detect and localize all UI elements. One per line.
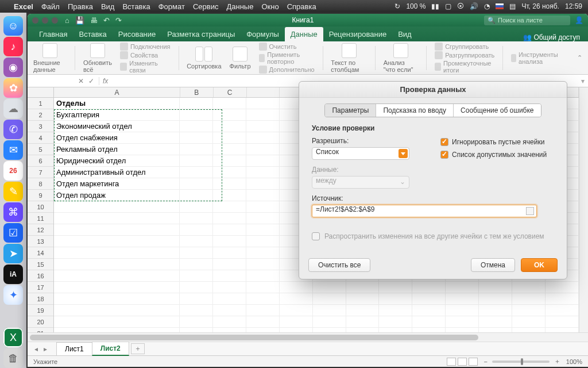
cell[interactable] — [180, 236, 213, 247]
cell[interactable] — [246, 328, 280, 332]
app-name[interactable]: Excel — [14, 2, 33, 11]
cell[interactable] — [479, 282, 512, 293]
cell[interactable] — [180, 98, 213, 109]
cell[interactable] — [54, 282, 180, 293]
cell[interactable] — [412, 305, 446, 316]
cell[interactable] — [213, 132, 246, 143]
cell[interactable]: Административный отдел — [54, 167, 180, 178]
wifi-icon[interactable]: ⦿ — [457, 2, 464, 10]
cell[interactable] — [446, 328, 479, 332]
cell[interactable] — [180, 167, 213, 178]
vertical-scrollbar[interactable] — [579, 87, 588, 332]
cell[interactable] — [54, 259, 180, 270]
row-header[interactable]: 11 — [28, 213, 53, 224]
cell[interactable] — [180, 247, 213, 258]
cell[interactable] — [280, 305, 313, 316]
tab-review[interactable]: Рецензирование — [323, 27, 392, 41]
tab-insert[interactable]: Вставка — [73, 27, 112, 41]
row-header[interactable]: 10 — [28, 201, 53, 213]
column-header[interactable]: C — [214, 87, 247, 97]
cell[interactable] — [180, 213, 213, 224]
cell[interactable] — [246, 293, 280, 304]
cell[interactable] — [246, 190, 280, 201]
cell[interactable] — [346, 305, 380, 316]
cell[interactable] — [180, 121, 213, 132]
row-header[interactable]: 20 — [28, 316, 53, 328]
cell[interactable] — [412, 328, 446, 332]
view-page-layout-button[interactable] — [458, 358, 467, 366]
cell[interactable] — [379, 305, 412, 316]
cell[interactable] — [246, 178, 280, 189]
row-header[interactable]: 3 — [28, 121, 53, 132]
dock-ia[interactable]: iA — [3, 264, 23, 284]
dock-safari[interactable]: ✦ — [3, 285, 23, 305]
cell[interactable] — [346, 293, 380, 304]
cell[interactable] — [246, 270, 280, 281]
cell[interactable] — [479, 316, 512, 327]
ok-button[interactable]: OK — [521, 258, 558, 272]
cell[interactable] — [213, 178, 246, 189]
cell[interactable] — [546, 316, 579, 327]
cell[interactable] — [213, 316, 246, 327]
cell[interactable] — [246, 236, 280, 247]
cell[interactable] — [180, 201, 213, 212]
tab-data[interactable]: Данные — [285, 27, 323, 41]
dock-telegram[interactable]: ➤ — [3, 244, 23, 263]
view-page-break-button[interactable] — [469, 358, 478, 366]
cell[interactable] — [213, 213, 246, 224]
cell[interactable] — [246, 247, 280, 258]
cell[interactable] — [280, 328, 313, 332]
cell[interactable] — [180, 328, 213, 332]
row-header[interactable]: 15 — [28, 259, 53, 270]
row-header[interactable]: 19 — [28, 305, 53, 316]
cell[interactable] — [180, 155, 213, 166]
cell[interactable] — [213, 144, 246, 155]
cell[interactable] — [213, 247, 246, 258]
cell[interactable] — [446, 282, 479, 293]
dock-viber[interactable]: ✆ — [3, 120, 23, 139]
cell[interactable] — [512, 282, 546, 293]
cell[interactable] — [180, 190, 213, 201]
menu-data[interactable]: Данные — [226, 2, 253, 11]
column-header[interactable]: B — [180, 87, 214, 97]
time-text[interactable]: 12:59 — [565, 2, 582, 10]
add-sheet-button[interactable]: ＋ — [131, 343, 145, 354]
column-header[interactable] — [247, 87, 280, 97]
ribbon-filter[interactable]: Фильтр — [230, 47, 251, 70]
tab-draw[interactable]: Рисование — [113, 27, 161, 41]
dialog-tab-input-message[interactable]: Подсказка по вводу — [376, 104, 454, 117]
dialog-tab-error-alert[interactable]: Сообщение об ошибке — [454, 104, 540, 117]
row-header[interactable]: 18 — [28, 293, 53, 305]
cell[interactable] — [213, 282, 246, 293]
dock-mail[interactable]: ✉ — [3, 140, 23, 160]
menu-insert[interactable]: Вставка — [122, 2, 150, 11]
ribbon-search-input[interactable]: 🔍 Поиск на листе — [484, 16, 570, 25]
row-header[interactable]: 17 — [28, 282, 53, 293]
cell[interactable] — [180, 293, 213, 304]
row-header[interactable]: 16 — [28, 270, 53, 282]
cell[interactable] — [246, 316, 280, 327]
zoom-level[interactable]: 100% — [566, 358, 582, 365]
tab-home[interactable]: Главная — [33, 27, 73, 41]
cancel-button[interactable]: Отмена — [471, 258, 515, 272]
dock-finder[interactable]: ☺ — [3, 16, 23, 36]
battery-icon[interactable]: ▮▮ — [431, 2, 439, 10]
clear-all-button[interactable]: Очистить все — [308, 258, 370, 272]
menu-tools[interactable]: Сервис — [193, 2, 219, 11]
cell[interactable] — [446, 316, 479, 327]
advanced-button[interactable]: Дополнительно — [259, 66, 315, 74]
input-source-flag-icon[interactable] — [496, 3, 504, 9]
cell[interactable] — [180, 259, 213, 270]
row-header[interactable]: 13 — [28, 236, 53, 247]
range-picker-icon[interactable] — [526, 207, 534, 215]
cell[interactable] — [180, 305, 213, 316]
window-minimize-button[interactable] — [42, 17, 48, 24]
horizontal-scrollbar[interactable] — [28, 334, 588, 341]
cell[interactable] — [313, 328, 346, 332]
cell[interactable] — [213, 155, 246, 166]
cell[interactable] — [512, 293, 546, 304]
ribbon-sort[interactable]: Сортировка — [187, 47, 221, 70]
cell[interactable] — [246, 305, 280, 316]
sheet-tab-1[interactable]: Лист1 — [56, 342, 92, 355]
row-header[interactable]: 1 — [28, 98, 53, 109]
